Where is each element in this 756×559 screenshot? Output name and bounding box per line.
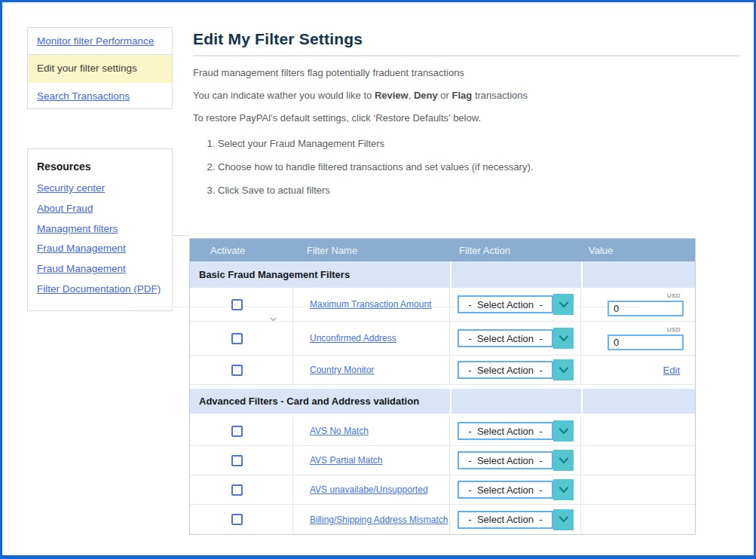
- activate-checkbox[interactable]: [231, 484, 243, 496]
- select-action-value[interactable]: - Select Action -: [458, 422, 553, 440]
- filter-action-select[interactable]: - Select Action -: [458, 479, 574, 500]
- activate-cell: [190, 356, 293, 384]
- activate-cell: [190, 475, 293, 504]
- filter-name-cell: AVS No Match: [293, 417, 450, 445]
- select-action-value[interactable]: - Select Action -: [458, 329, 553, 347]
- table-row: AVS Partial Match- Select Action -: [190, 446, 695, 475]
- filter-name-cell: Maximum Transaction Amount: [293, 288, 450, 321]
- filter-action-cell: - Select Action -: [450, 288, 581, 321]
- filter-action-select[interactable]: - Select Action -: [458, 509, 574, 530]
- chevron-down-icon[interactable]: [553, 479, 574, 500]
- table-row: Billing/Shipping Address Mismatch- Selec…: [190, 505, 695, 534]
- select-action-value[interactable]: - Select Action -: [458, 511, 553, 529]
- section-title: Basic Fraud Management Filters: [199, 269, 350, 280]
- chevron-down-icon[interactable]: [553, 359, 574, 380]
- sidebar-item-monitor-filter-performance[interactable]: Monitor filter Performance: [28, 28, 172, 55]
- filters-table: Activate Filter Name Filter Action Value…: [189, 238, 696, 535]
- title-divider: [193, 55, 739, 57]
- resources-link-about-fraud[interactable]: About Fraud: [37, 202, 163, 215]
- select-action-value[interactable]: - Select Action -: [458, 361, 553, 379]
- resources-link-filter-documentation-pdf[interactable]: Filter Documentation (PDF): [37, 283, 163, 295]
- chevron-down-icon[interactable]: [553, 294, 574, 315]
- currency-label: USD: [667, 292, 681, 299]
- column-separator: [581, 389, 583, 414]
- filter-action-cell: - Select Action -: [450, 356, 581, 384]
- sidebar-item-edit-filter-settings-active[interactable]: Edit your filter settings: [28, 55, 172, 83]
- resources-box: Resources Security center About Fraud Ma…: [27, 148, 173, 311]
- filter-name-cell: AVS unavailabe/Unsupported: [293, 475, 450, 504]
- chevron-down-icon[interactable]: [553, 328, 574, 349]
- resources-title: Resources: [37, 160, 163, 173]
- value-cell: [581, 446, 695, 475]
- chevron-down-icon[interactable]: [553, 509, 574, 530]
- resources-link-security-center[interactable]: Security center: [37, 182, 163, 194]
- value-input[interactable]: [608, 301, 684, 316]
- sidebar-item-search-transactions[interactable]: Search Transactions: [28, 83, 172, 109]
- table-row: Country Monitor- Select Action -Edit: [190, 356, 695, 385]
- section-title: Advanced Filters - Card and Address vali…: [199, 396, 419, 407]
- header-filter-name: Filter Name: [293, 239, 450, 261]
- select-action-value[interactable]: - Select Action -: [458, 451, 553, 469]
- table-header-row: Activate Filter Name Filter Action Value: [190, 239, 695, 261]
- filter-action-cell: - Select Action -: [450, 446, 581, 475]
- header-activate: Activate: [190, 239, 293, 261]
- activate-checkbox[interactable]: [231, 455, 243, 466]
- filter-action-select[interactable]: - Select Action -: [458, 359, 574, 380]
- page: Monitor filter Performance Edit your fil…: [0, 0, 756, 559]
- filter-name-link[interactable]: Billing/Shipping Address Mismatch: [310, 515, 448, 525]
- resources-link-managment-filters[interactable]: Managment filters: [37, 222, 163, 235]
- activate-cell: [190, 322, 293, 355]
- filter-action-select[interactable]: - Select Action -: [458, 450, 574, 471]
- intro-paragraph-3: To restore PayPAl’s default settings, cl…: [193, 112, 481, 124]
- filter-action-select[interactable]: - Select Action -: [458, 420, 574, 441]
- activate-checkbox[interactable]: [231, 365, 243, 376]
- filter-action-select[interactable]: - Select Action -: [458, 328, 574, 349]
- filter-name-cell: Billing/Shipping Address Mismatch: [293, 505, 450, 534]
- divider-line: [173, 235, 190, 236]
- filter-action-select[interactable]: - Select Action -: [458, 294, 574, 315]
- value-cell: USD: [581, 288, 695, 321]
- activate-checkbox[interactable]: [231, 426, 243, 437]
- filter-name-link[interactable]: AVS Partial Match: [310, 455, 382, 466]
- select-action-value[interactable]: - Select Action -: [458, 481, 553, 499]
- filter-name-link[interactable]: Country Monitor: [310, 365, 374, 375]
- table-row: AVS unavailabe/Unsupported- Select Actio…: [190, 475, 695, 505]
- filter-name-link[interactable]: Unconfirmed Address: [310, 333, 396, 344]
- chevron-down-icon[interactable]: [553, 420, 574, 441]
- page-title: Edit My Filter Settings: [193, 30, 363, 48]
- value-input[interactable]: [608, 334, 684, 350]
- filter-name-link[interactable]: AVS No Match: [310, 426, 369, 436]
- resources-link-fraud-management-1[interactable]: Fraud Management: [37, 242, 163, 255]
- instruction-steps: Select your Fraud Management Filters Cho…: [193, 138, 533, 208]
- activate-checkbox[interactable]: [231, 299, 243, 310]
- table-section-row: Basic Fraud Management Filters: [190, 261, 695, 288]
- chevron-down-icon[interactable]: [553, 450, 574, 471]
- activate-checkbox[interactable]: [231, 514, 243, 525]
- currency-label: USD: [667, 326, 681, 333]
- activate-checkbox[interactable]: [231, 333, 243, 344]
- table-row: Unconfirmed Address- Select Action -USD: [190, 322, 695, 356]
- value-cell: Edit: [581, 356, 695, 384]
- edit-link[interactable]: Edit: [663, 365, 680, 376]
- select-action-value[interactable]: - Select Action -: [458, 295, 553, 313]
- intro-paragraph-1: Fraud management filters flag potentiall…: [193, 67, 464, 78]
- value-cell: [581, 475, 695, 504]
- filter-name-link[interactable]: Maximum Transaction Amount: [310, 299, 431, 310]
- chevron-down-icon: [270, 311, 277, 325]
- resources-link-fraud-management-2[interactable]: Fraud Management: [37, 262, 163, 275]
- filter-name-link[interactable]: AVS unavailabe/Unsupported: [310, 484, 428, 495]
- table-row: AVS No Match- Select Action -: [190, 417, 695, 446]
- header-filter-action: Filter Action: [450, 239, 581, 261]
- filter-action-cell: - Select Action -: [450, 322, 581, 355]
- filter-name-cell: Unconfirmed Address: [293, 322, 450, 355]
- step-1: Select your Fraud Management Filters: [218, 138, 533, 149]
- filter-action-cell: - Select Action -: [450, 505, 581, 534]
- filters-table-body: Basic Fraud Management FiltersMaximum Tr…: [190, 261, 695, 534]
- column-separator: [581, 261, 583, 288]
- table-section-row: Advanced Filters - Card and Address vali…: [190, 389, 695, 414]
- column-separator: [450, 389, 451, 414]
- sidebar-nav-box: Monitor filter Performance Edit your fil…: [27, 27, 173, 109]
- activate-cell: [190, 417, 293, 445]
- step-3: Click Save to actual filters: [218, 185, 533, 196]
- intro-paragraph-2: You can indicate wather you would like t…: [193, 90, 528, 101]
